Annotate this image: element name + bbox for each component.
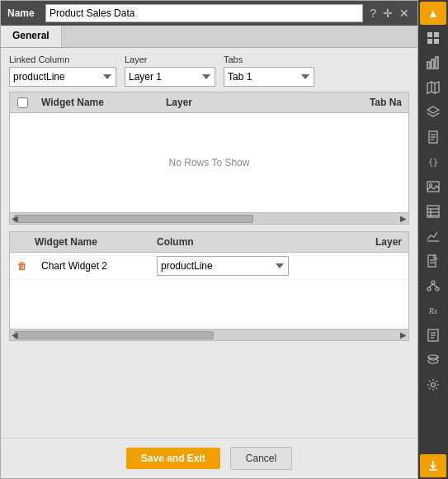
svg-rect-3 (434, 39, 439, 44)
tab-general[interactable]: General (1, 26, 62, 47)
upper-scroll-right[interactable]: ▶ (400, 214, 407, 223)
lower-scroll-right[interactable]: ▶ (400, 330, 407, 339)
row-widget-name: Chart Widget 2 (35, 257, 150, 275)
sidebar-layers-icon[interactable] (420, 101, 446, 124)
save-exit-button[interactable]: Save and Exit (126, 448, 220, 469)
upper-table-body: No Rows To Show (10, 113, 408, 212)
sidebar-network-icon[interactable] (420, 274, 446, 297)
svg-rect-4 (427, 62, 430, 69)
sidebar-rx-icon[interactable]: Rx (420, 299, 446, 322)
svg-rect-6 (436, 57, 438, 69)
move-icon[interactable]: ✛ (381, 7, 394, 20)
name-input[interactable] (45, 4, 363, 22)
upper-scroll-thumb[interactable] (14, 215, 253, 223)
svg-rect-23 (428, 255, 436, 267)
help-icon[interactable]: ? (368, 7, 378, 20)
row-column-select-wrapper: productLine (150, 253, 342, 279)
upper-th-widget: Widget Name (35, 92, 159, 112)
main-panel: Name ? ✛ ✕ General Linked Column product… (0, 0, 418, 479)
lower-th-widget: Widget Name (10, 232, 150, 252)
upper-th-tabname: Tab Na (284, 92, 408, 112)
linked-column-label: Linked Column (9, 55, 116, 64)
sidebar-download-icon[interactable] (420, 454, 446, 477)
sidebar-stack-icon[interactable] (420, 349, 446, 372)
svg-rect-0 (427, 32, 432, 37)
sidebar-code-icon[interactable]: {} (420, 150, 446, 173)
sidebar-grid-icon[interactable] (420, 26, 446, 50)
linked-column-group: Linked Column productLine (9, 55, 116, 87)
upper-table: Widget Name Layer Tab Na No Rows To Show (9, 92, 409, 213)
header-row: Name ? ✛ ✕ (1, 1, 417, 26)
form-row: Linked Column productLine Layer Layer 1 … (1, 48, 417, 92)
name-label: Name (7, 7, 40, 19)
svg-point-36 (431, 383, 436, 387)
upper-table-header: Widget Name Layer Tab Na (10, 92, 408, 113)
svg-point-26 (431, 281, 435, 284)
right-sidebar: ▲ {} Rx (418, 0, 448, 479)
sidebar-image-icon[interactable] (420, 175, 446, 198)
lower-table: Widget Name Column Layer 🗑 Chart Widget … (9, 231, 409, 330)
tabs-group: Tabs Tab 1 (224, 55, 314, 87)
select-all-checkbox[interactable] (17, 97, 28, 108)
lower-th-column: Column (150, 232, 342, 252)
tabs-select[interactable]: Tab 1 (224, 67, 314, 87)
lower-scroll-left[interactable]: ◀ (12, 330, 18, 339)
tabs-label: Tabs (224, 55, 314, 64)
svg-point-28 (436, 287, 439, 291)
sidebar-settings-icon[interactable] (420, 373, 446, 396)
lower-scrollbar[interactable]: ◀ ▶ (9, 330, 409, 341)
upper-scrollbar[interactable]: ◀ ▶ (9, 213, 409, 225)
lower-th-layer: Layer (342, 232, 408, 252)
row-column-select[interactable]: productLine (157, 256, 289, 276)
sidebar-chart-line-icon[interactable] (420, 225, 446, 248)
layer-select[interactable]: Layer 1 (125, 67, 215, 87)
svg-rect-2 (427, 39, 432, 44)
footer-row: Save and Exit Cancel (1, 438, 417, 478)
upper-th-layer: Layer (159, 92, 284, 112)
delete-icon[interactable]: 🗑 (10, 260, 35, 272)
close-icon[interactable]: ✕ (398, 7, 411, 20)
svg-rect-1 (434, 32, 439, 37)
svg-point-16 (430, 184, 432, 187)
sidebar-table-icon[interactable] (420, 200, 446, 223)
svg-point-35 (428, 355, 438, 358)
svg-rect-5 (431, 59, 434, 69)
upper-scroll-left[interactable]: ◀ (12, 214, 18, 223)
lower-table-header: Widget Name Column Layer (10, 232, 408, 253)
svg-marker-7 (427, 82, 439, 93)
row-layer (342, 263, 408, 269)
cancel-button[interactable]: Cancel (230, 447, 292, 470)
table-row: 🗑 Chart Widget 2 productLine (10, 253, 408, 280)
layer-group: Layer Layer 1 (125, 55, 215, 87)
svg-marker-10 (427, 107, 439, 113)
tabs-bar: General (1, 26, 417, 48)
sidebar-report-icon[interactable] (420, 324, 446, 347)
layer-label: Layer (125, 55, 215, 64)
svg-point-27 (427, 287, 431, 291)
sidebar-file-icon[interactable] (420, 249, 446, 273)
svg-line-29 (429, 284, 433, 287)
sidebar-up-icon[interactable]: ▲ (420, 2, 446, 25)
no-rows-message: No Rows To Show (169, 157, 250, 168)
header-icons: ? ✛ ✕ (368, 7, 411, 20)
sidebar-doc-icon[interactable] (420, 126, 446, 149)
lower-scroll-thumb[interactable] (14, 331, 214, 339)
sidebar-chart-icon[interactable] (420, 51, 446, 74)
linked-column-select[interactable]: productLine (9, 67, 116, 87)
svg-line-30 (433, 284, 437, 287)
sidebar-map-icon[interactable] (420, 76, 446, 99)
